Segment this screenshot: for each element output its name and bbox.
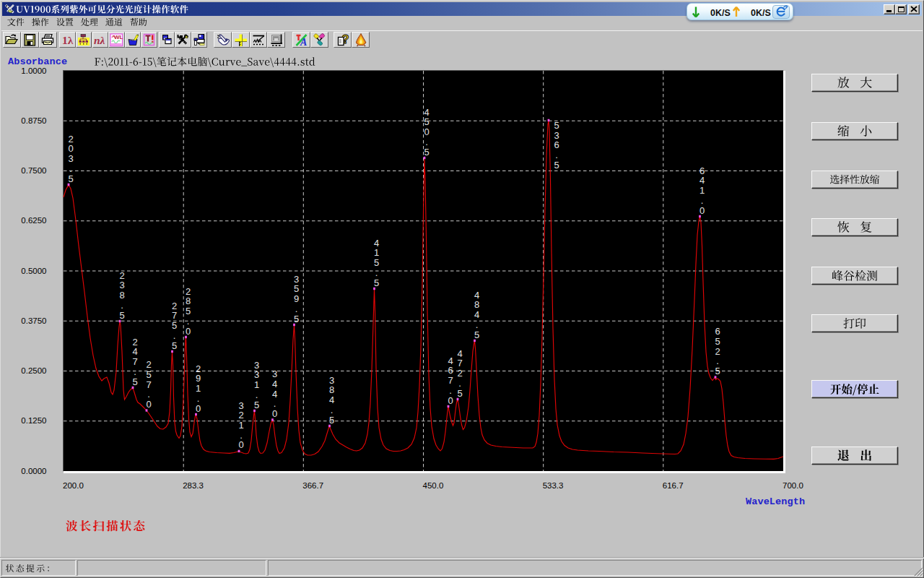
svg-text:5: 5 <box>474 329 479 340</box>
svg-text:0: 0 <box>196 403 201 414</box>
svg-text:0.1250: 0.1250 <box>21 416 46 425</box>
svg-text:5: 5 <box>68 173 73 184</box>
svg-text:700.0: 700.0 <box>783 481 803 490</box>
svg-text:0: 0 <box>186 326 191 337</box>
svg-text:0.0000: 0.0000 <box>21 467 46 475</box>
svg-text:5: 5 <box>329 415 334 426</box>
svg-text:5: 5 <box>374 277 379 288</box>
svg-text:5: 5 <box>172 340 177 351</box>
svg-text:5: 5 <box>554 160 559 171</box>
svg-text:Absorbance: Absorbance <box>8 56 67 67</box>
svg-text:0.2500: 0.2500 <box>21 366 46 375</box>
svg-text:5: 5 <box>254 400 259 410</box>
svg-text:0: 0 <box>699 205 705 216</box>
svg-text:450.0: 450.0 <box>423 481 444 490</box>
svg-text:5: 5 <box>119 310 124 321</box>
svg-text:0: 0 <box>238 439 243 450</box>
svg-text:0: 0 <box>146 399 151 410</box>
svg-text:0.7500: 0.7500 <box>21 166 46 175</box>
svg-text:WaveLength: WaveLength <box>746 496 805 507</box>
svg-text:5: 5 <box>457 388 462 399</box>
svg-text:1.0000: 1.0000 <box>21 66 46 75</box>
svg-text:200.0: 200.0 <box>63 481 84 490</box>
svg-text:0: 0 <box>448 395 453 406</box>
svg-text:0.6250: 0.6250 <box>21 216 46 225</box>
svg-text:366.7: 366.7 <box>302 481 323 490</box>
svg-text:0.5000: 0.5000 <box>21 267 46 275</box>
svg-text:0: 0 <box>272 408 277 419</box>
svg-text:283.3: 283.3 <box>183 481 204 490</box>
svg-text:616.7: 616.7 <box>663 481 684 490</box>
svg-text:5: 5 <box>132 376 137 387</box>
svg-text:0.3750: 0.3750 <box>21 316 46 325</box>
svg-text:5: 5 <box>424 147 429 158</box>
svg-text:533.3: 533.3 <box>543 481 564 490</box>
svg-text:5: 5 <box>294 314 299 324</box>
svg-text:5: 5 <box>715 366 720 376</box>
svg-text:0.8750: 0.8750 <box>21 116 46 125</box>
